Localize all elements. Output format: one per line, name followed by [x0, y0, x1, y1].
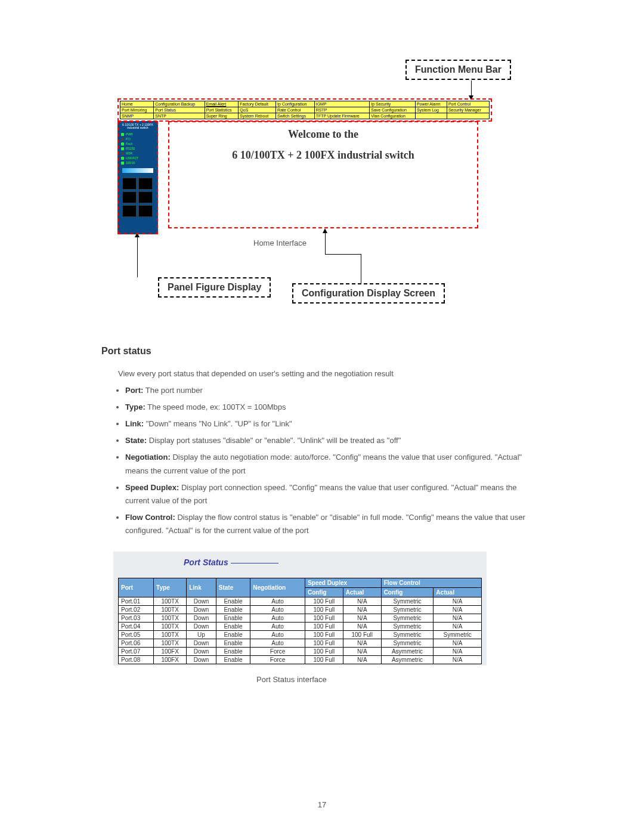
panel-figure-display: 6 10/100 TX + 2 100FX industrial switch … [117, 121, 158, 234]
menu-item[interactable]: Switch Settings [276, 113, 315, 119]
menu-item[interactable]: Port Statistics [205, 107, 239, 113]
table-cell: Symmetric [381, 631, 434, 639]
table-cell: Auto [250, 623, 305, 631]
table-cell: Port.03 [119, 614, 154, 623]
table-cell: 100 Full [343, 631, 381, 639]
table-cell: Enable [216, 639, 250, 648]
menu-item[interactable]: Port Status [154, 107, 205, 113]
table-row: Port.07100FXDownEnableForce100 FullN/AAs… [119, 648, 482, 656]
table-cell: Force [250, 656, 305, 664]
menu-item[interactable]: SNMP [120, 113, 154, 119]
section-heading-port-status: Port status [101, 346, 543, 357]
menu-item[interactable]: System Log [415, 107, 447, 113]
menu-item[interactable]: SNTP [154, 113, 205, 119]
table-cell: Enable [216, 614, 250, 623]
menu-item[interactable]: Rate Control [276, 107, 315, 113]
menu-item[interactable]: Power Alarm [415, 101, 447, 107]
menu-item[interactable]: Home [120, 101, 154, 107]
table-cell: Down [187, 623, 216, 631]
led-icon [121, 157, 124, 160]
table-cell: Symmetric [381, 639, 434, 648]
table-cell: Symmetric [381, 614, 434, 623]
table-header: Type [154, 578, 187, 597]
menu-item[interactable]: Vlan Configuration [370, 113, 416, 119]
table-row: Port.05100TXUpEnableAuto100 Full100 Full… [119, 631, 482, 639]
callout-function-menu: Function Menu Bar [405, 60, 511, 80]
panel-dip-switch [122, 168, 153, 173]
bullet-item: Link: "Down" means "No Link". "UP" is fo… [125, 417, 543, 431]
led-label: LNK/ACT [126, 156, 138, 160]
port-socket-icon [122, 205, 137, 217]
table-cell: N/A [434, 623, 482, 631]
table-cell: 100TX [154, 614, 187, 623]
table-cell: N/A [343, 639, 381, 648]
section-bullets: Port: The port numberType: The speed mod… [125, 384, 543, 537]
menu-item[interactable]: Security Manager [447, 107, 489, 113]
led-label: PWR [126, 132, 133, 136]
table-cell: 100 Full [305, 639, 343, 648]
port-socket-icon [122, 191, 137, 203]
menu-item[interactable]: Save Configuration [370, 107, 416, 113]
table-cell: Asymmetric [381, 648, 434, 656]
table-cell: N/A [434, 656, 482, 664]
bullet-item: Type: The speed mode, ex: 100TX = 100Mbp… [125, 401, 543, 414]
table-cell: Down [187, 656, 216, 664]
table-cell: Down [187, 597, 216, 606]
function-menu-bar: HomeConfiguration BackupEmail AlertFacto… [117, 98, 492, 122]
table-cell: Auto [250, 631, 305, 639]
menu-item[interactable]: Ip Security [370, 101, 416, 107]
menu-item[interactable]: Email Alert [205, 101, 239, 107]
table-cell: 100 Full [305, 623, 343, 631]
table-cell: Auto [250, 639, 305, 648]
table-cell: N/A [343, 606, 381, 614]
table-cell: 100TX [154, 623, 187, 631]
menu-item[interactable]: Super Ring [205, 113, 239, 119]
table-header-group: Speed Duplex [305, 578, 381, 588]
panel-ports [122, 178, 153, 217]
table-cell: Port.08 [119, 656, 154, 664]
menu-item[interactable]: QoS [239, 107, 276, 113]
menu-item[interactable]: TFTP Update Firmware [314, 113, 370, 119]
table-cell: N/A [343, 623, 381, 631]
table-cell: 100 Full [305, 648, 343, 656]
menu-item [447, 113, 489, 119]
table-header: State [216, 578, 250, 597]
port-status-title: Port Status [118, 558, 482, 567]
menu-item [415, 113, 447, 119]
table-header: Link [187, 578, 216, 597]
led-icon [121, 147, 124, 150]
connector-line [361, 254, 361, 284]
table-cell: 100TX [154, 631, 187, 639]
table-row: Port.01100TXDownEnableAuto100 FullN/ASym… [119, 597, 482, 606]
led-label: Fault [126, 142, 132, 145]
menu-item[interactable]: IGMP [314, 101, 370, 107]
table-cell: Auto [250, 606, 305, 614]
menu-item[interactable]: Ip Configuration [276, 101, 315, 107]
configuration-display-screen: Welcome to the 6 10/100TX + 2 100FX indu… [168, 121, 478, 228]
table-row: Port.08100FXDownEnableForce100 FullN/AAs… [119, 656, 482, 664]
bullet-item: Flow Control: Display the flow control s… [125, 511, 543, 537]
led-icon [121, 133, 124, 136]
callout-config-screen: Configuration Display Screen [292, 283, 445, 304]
led-icon [121, 138, 124, 141]
table-header-group: Flow Control [381, 578, 481, 588]
menu-item[interactable]: RSTP [314, 107, 370, 113]
menu-item[interactable]: Configuration Backup [154, 101, 205, 107]
caption-home-interface: Home Interface [253, 239, 306, 247]
menu-item[interactable]: Factory Default [239, 101, 276, 107]
menu-item[interactable]: Port Mirroring [120, 107, 154, 113]
section-body: View every port status that depended on … [101, 367, 543, 537]
table-cell: N/A [434, 639, 482, 648]
table-cell: 100FX [154, 656, 187, 664]
table-cell: 100 Full [305, 606, 343, 614]
table-cell: Enable [216, 597, 250, 606]
menu-item[interactable]: System Reboot [239, 113, 276, 119]
table-cell: Port.01 [119, 597, 154, 606]
table-row: Port.04100TXDownEnableAuto100 FullN/ASym… [119, 623, 482, 631]
welcome-subtitle: 6 10/100TX + 2 100FX industrial switch [169, 149, 477, 162]
table-cell: Port.04 [119, 623, 154, 631]
arrowhead-icon [323, 228, 327, 233]
table-cell: N/A [343, 597, 381, 606]
menu-item[interactable]: Port Control [447, 101, 489, 107]
panel-leds: PWRP.OFaultRS232MSRLNK/ACT100/10 [121, 132, 154, 165]
